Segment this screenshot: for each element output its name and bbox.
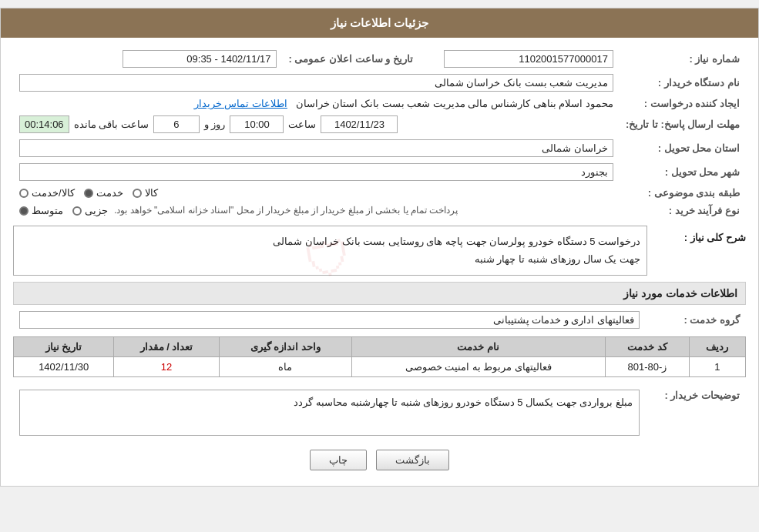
tabaqe-label: طبقه بندی موضوعی :	[620, 184, 746, 202]
radio-khadamat[interactable]: خدمت	[84, 187, 123, 199]
col-radif: ردیف	[689, 336, 745, 356]
roz-label: روز و	[204, 119, 226, 130]
tawzih-text: مبلغ برواردی جهت یکسال 5 دستگاه خودرو رو…	[19, 390, 640, 436]
action-buttons: بازگشت چاپ	[13, 450, 746, 470]
radio-kala-label: کالا	[145, 187, 158, 199]
date-value: 1402/11/23	[321, 115, 398, 133]
grooh-value: فعالیتهای اداری و خدمات پشتیبانی	[19, 311, 640, 329]
col-quantity: تعداد / مقدار	[114, 336, 219, 356]
radio-jozii-label: جزیی	[85, 205, 108, 216]
ijad-konande-value: محمود اسلام بناهی کارشناس مالی مدیریت شع…	[296, 98, 613, 109]
khadamat-section-header: اطلاعات خدمات مورد نیاز	[13, 282, 746, 305]
shahr-label: شهر محل تحویل :	[620, 160, 746, 184]
cell-quantity: 12	[114, 356, 219, 376]
print-button[interactable]: چاپ	[310, 450, 367, 470]
cell-radif: 1	[689, 356, 745, 376]
shahr-value: بجنورد	[19, 163, 613, 181]
sharh-section-label: شرح کلی نیاز :	[684, 232, 746, 243]
sharh-text-content: درخواست 5 دستگاه خودرو پولرسان جهت پاچه …	[273, 236, 640, 265]
radio-mottavasset-label: متوسط	[32, 205, 63, 216]
ostan-label: استان محل تحویل :	[620, 136, 746, 160]
col-date: تاریخ نیاز	[14, 336, 114, 356]
radio-kala-circle	[133, 189, 142, 198]
grooh-label: گروه خدمت :	[646, 308, 746, 332]
radio-khadamat-circle	[84, 189, 93, 198]
cell-date: 1402/11/30	[14, 356, 114, 376]
time-label: ساعت	[288, 119, 316, 130]
table-row: 1 ز-80-801 فعالیتهای مربوط به امنیت خصوص…	[14, 356, 746, 376]
tarikh-saat-label: تاریخ و ساعت اعلان عمومی :	[283, 47, 419, 71]
radio-mottavasset-circle	[19, 206, 29, 216]
roz-value: 6	[153, 115, 200, 133]
cell-name: فعالیتهای مربوط به امنیت خصوصی	[351, 356, 605, 376]
ijad-konande-label: ایجاد کننده درخواست :	[620, 95, 746, 112]
radio-kala-khadamat-label: کالا/خدمت	[32, 187, 75, 199]
baqi-label: ساعت باقی مانده	[74, 119, 149, 130]
cell-code: ز-80-801	[605, 356, 689, 376]
radio-kala[interactable]: کالا	[133, 187, 158, 199]
tarikh-saat-value: 1402/11/17 - 09:35	[123, 50, 277, 68]
tawzih-text-content: مبلغ برواردی جهت یکسال 5 دستگاه خودرو رو…	[294, 396, 633, 408]
navaa-desc: پرداخت تمام یا بخشی از مبلغ خریدار از مب…	[114, 205, 458, 216]
back-button[interactable]: بازگشت	[376, 450, 449, 470]
page-title: جزئیات اطلاعات نیاز	[1, 8, 758, 38]
sharh-text: درخواست 5 دستگاه خودرو پولرسان جهت پاچه …	[13, 226, 647, 276]
cell-unit: ماه	[219, 356, 351, 376]
ostan-value: خراسان شمالی	[19, 139, 613, 157]
mohlat-ersal-label: مهلت ارسال پاسخ: تا تاریخ:	[620, 112, 746, 136]
baqi-value: 00:14:06	[19, 115, 69, 133]
shomara-niaz-value: 1102001577000017	[444, 50, 613, 68]
tamas-khardar-link[interactable]: اطلاعات تماس خریدار	[194, 98, 287, 109]
col-name: نام خدمت	[351, 336, 605, 356]
radio-mottavasset[interactable]: متوسط	[19, 205, 63, 216]
col-unit: واحد اندازه گیری	[219, 336, 351, 356]
services-table: ردیف کد خدمت نام خدمت واحد اندازه گیری ت…	[13, 336, 746, 377]
nam-dastgah-value: مدیریت شعب بست بانک خراسان شمالی	[19, 74, 613, 92]
radio-khadamat-label: خدمت	[96, 187, 123, 199]
shomara-niaz-label: شماره نیاز :	[620, 47, 746, 71]
time-value: 10:00	[230, 115, 284, 133]
navaa-label: نوع فرآیند خرید :	[620, 202, 746, 219]
radio-jozii-circle	[72, 206, 82, 216]
nam-dastgah-label: نام دستگاه خریدار :	[620, 71, 746, 95]
col-code: کد خدمت	[605, 336, 689, 356]
radio-jozii[interactable]: جزیی	[72, 205, 108, 216]
radio-kala-khadamat[interactable]: کالا/خدمت	[19, 187, 75, 199]
tawzih-label: توضیحات خریدار :	[646, 383, 746, 439]
radio-kala-khadamat-circle	[19, 189, 29, 198]
